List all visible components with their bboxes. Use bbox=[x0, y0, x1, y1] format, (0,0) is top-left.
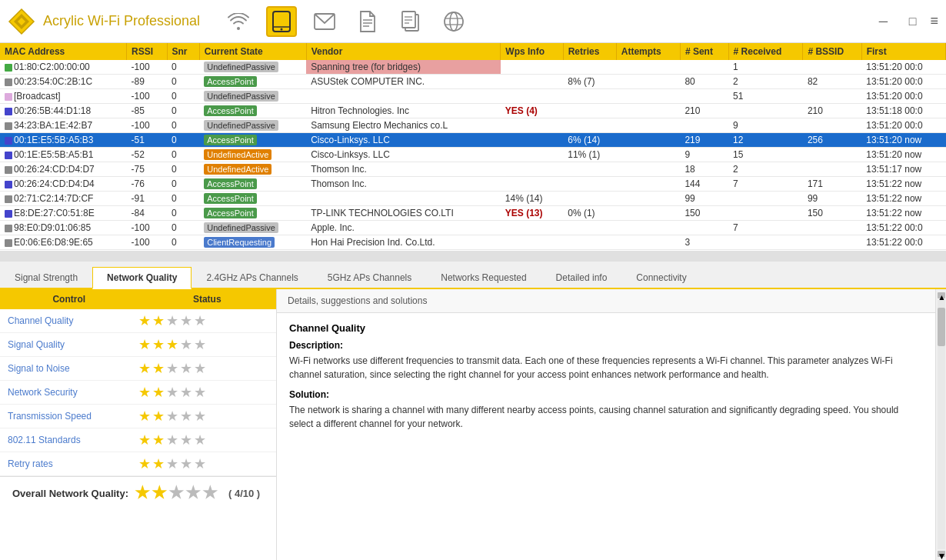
star-empty: ★ bbox=[180, 408, 192, 425]
minimize-button[interactable]: ─ bbox=[871, 12, 894, 31]
cell-bssid bbox=[803, 89, 861, 104]
cell-vendor: ASUStek COMPUTER INC. bbox=[306, 75, 501, 89]
table-row[interactable]: 00:23:54:0C:2B:1C -89 0 AccessPoint ASUS… bbox=[0, 75, 946, 89]
right-scrollbar[interactable]: ▲ ▼ bbox=[935, 289, 946, 560]
document-nav-icon[interactable] bbox=[352, 6, 383, 37]
cell-attempts bbox=[616, 75, 680, 89]
restore-button[interactable]: □ bbox=[901, 12, 924, 31]
col-wps: Wps Info bbox=[501, 43, 563, 60]
metric-stars: ★★★★★ bbox=[138, 384, 269, 401]
copy-nav-icon[interactable] bbox=[395, 6, 426, 37]
cell-attempts bbox=[616, 177, 680, 192]
cell-wps bbox=[501, 60, 563, 75]
cell-mac: 00:26:5B:44:D1:18 bbox=[0, 104, 127, 118]
cell-first: 13:51:20 00:0 bbox=[861, 75, 945, 89]
cell-snr: 0 bbox=[167, 60, 199, 75]
cell-sent bbox=[680, 89, 728, 104]
color-indicator bbox=[5, 64, 12, 72]
cell-sent: 219 bbox=[680, 133, 728, 148]
star-empty: ★ bbox=[194, 384, 206, 401]
horizontal-scrollbar[interactable] bbox=[0, 251, 946, 262]
tab-network-quality[interactable]: Network Quality bbox=[92, 267, 192, 289]
metric-stars: ★★★★★ bbox=[138, 312, 269, 329]
app-logo bbox=[8, 8, 35, 35]
tab-5ghz-aps-channels[interactable]: 5GHz APs Channels bbox=[313, 267, 426, 288]
table-row[interactable]: 00:1E:E5:5B:A5:B1 -52 0 UndefinedActive … bbox=[0, 148, 946, 162]
tablet-nav-icon[interactable] bbox=[266, 6, 297, 37]
cell-vendor bbox=[306, 192, 501, 206]
tab-networks-requested[interactable]: Networks Requested bbox=[426, 267, 541, 288]
color-indicator bbox=[5, 210, 12, 218]
table-row[interactable]: 00:1E:E5:5B:A5:B3 -51 0 AccessPoint Cisc… bbox=[0, 133, 946, 148]
table-row[interactable]: 02:71:C2:14:7D:CF -91 0 AccessPoint 14% … bbox=[0, 192, 946, 206]
metric-row-channel-quality: Channel Quality★★★★★ bbox=[0, 309, 276, 333]
svg-point-4 bbox=[281, 28, 283, 30]
color-indicator bbox=[5, 166, 12, 174]
cell-mac: [Broadcast] bbox=[0, 89, 127, 104]
table-row[interactable]: 98:E0:D9:01:06:85 -100 0 UndefinedPassiv… bbox=[0, 221, 946, 235]
star-empty: ★ bbox=[180, 432, 192, 448]
cell-sent: 210 bbox=[680, 104, 728, 118]
titlebar: Acrylic Wi-Fi Professional bbox=[0, 0, 946, 43]
cell-retries bbox=[563, 118, 616, 133]
cell-attempts bbox=[616, 60, 680, 75]
cell-snr: 0 bbox=[167, 118, 199, 133]
state-badge: AccessPoint bbox=[204, 105, 257, 116]
cell-first: 13:51:18 00:0 bbox=[861, 104, 945, 118]
cell-attempts bbox=[616, 192, 680, 206]
table-row[interactable]: 01:80:C2:00:00:00 -100 0 UndefinedPassiv… bbox=[0, 60, 946, 75]
star-filled: ★ bbox=[138, 360, 151, 377]
cell-rssi: -85 bbox=[127, 104, 167, 118]
cell-vendor: Thomson Inc. bbox=[306, 162, 501, 177]
cell-retries bbox=[563, 177, 616, 192]
globe-nav-icon[interactable] bbox=[438, 6, 469, 37]
tab-connectivity[interactable]: Connectivity bbox=[621, 267, 701, 288]
table-row[interactable]: 00:26:24:CD:D4:D4 -76 0 AccessPoint Thom… bbox=[0, 177, 946, 192]
scroll-up-arrow[interactable]: ▲ bbox=[938, 292, 945, 298]
cell-retries: 11% (1) bbox=[563, 148, 616, 162]
col-retries: Retries bbox=[563, 43, 616, 60]
cell-sent: 144 bbox=[680, 177, 728, 192]
cell-vendor: Cisco-Linksys. LLC bbox=[306, 133, 501, 148]
cell-received: 1 bbox=[728, 60, 803, 75]
cell-snr: 0 bbox=[167, 133, 199, 148]
star-empty: ★ bbox=[166, 384, 178, 401]
metric-stars: ★★★★★ bbox=[138, 360, 269, 377]
table-row[interactable]: 00:26:24:CD:D4:D7 -75 0 UndefinedActive … bbox=[0, 162, 946, 177]
star-empty: ★ bbox=[194, 408, 206, 425]
table-row[interactable]: 00:26:5B:44:D1:18 -85 0 AccessPoint Hitr… bbox=[0, 104, 946, 118]
cell-snr: 0 bbox=[167, 177, 199, 192]
table-row[interactable]: [Broadcast] -100 0 UndefinedPassive 51 1… bbox=[0, 89, 946, 104]
color-indicator bbox=[5, 239, 12, 247]
metric-stars: ★★★★★ bbox=[138, 455, 269, 472]
table-row[interactable]: E8:DE:27:C0:51:8E -84 0 AccessPoint TP-L… bbox=[0, 206, 946, 221]
cell-first: 13:51:22 now bbox=[861, 177, 945, 192]
envelope-nav-icon[interactable] bbox=[309, 6, 340, 37]
wifi-nav-icon[interactable] bbox=[223, 6, 254, 37]
table-row[interactable]: 34:23:BA:1E:42:B7 -100 0 UndefinedPassiv… bbox=[0, 118, 946, 133]
right-panel-header: Details, suggestions and solutions bbox=[277, 289, 935, 313]
cell-mac: 98:E0:D9:01:06:85 bbox=[0, 221, 127, 235]
cell-sent: 3 bbox=[680, 235, 728, 250]
menu-button[interactable]: ≡ bbox=[930, 13, 938, 29]
table-row[interactable]: E0:06:E6:D8:9E:65 -100 0 ClientRequestin… bbox=[0, 235, 946, 250]
color-indicator bbox=[5, 137, 12, 145]
tab-2.4ghz-aps-channels[interactable]: 2.4GHz APs Channels bbox=[192, 267, 312, 288]
description-text: Wi-Fi networks use different frequencies… bbox=[289, 354, 923, 382]
titlebar-right: ─ □ ≡ bbox=[871, 12, 938, 31]
cell-wps bbox=[501, 148, 563, 162]
col-state: Current State bbox=[199, 43, 306, 60]
color-indicator bbox=[5, 181, 12, 188]
cell-snr: 0 bbox=[167, 221, 199, 235]
star-empty: ★ bbox=[194, 360, 206, 377]
cell-wps bbox=[501, 177, 563, 192]
cell-sent bbox=[680, 221, 728, 235]
tab-signal-strength[interactable]: Signal Strength bbox=[0, 267, 92, 288]
network-table-container: MAC Address RSSI Snr Current State Vendo… bbox=[0, 43, 946, 251]
star-empty: ★ bbox=[194, 312, 206, 329]
scroll-thumb[interactable] bbox=[938, 308, 945, 346]
scroll-down-arrow[interactable]: ▼ bbox=[938, 551, 945, 557]
cell-snr: 0 bbox=[167, 162, 199, 177]
cell-sent: 18 bbox=[680, 162, 728, 177]
tab-detailed-info[interactable]: Detailed info bbox=[541, 267, 622, 288]
